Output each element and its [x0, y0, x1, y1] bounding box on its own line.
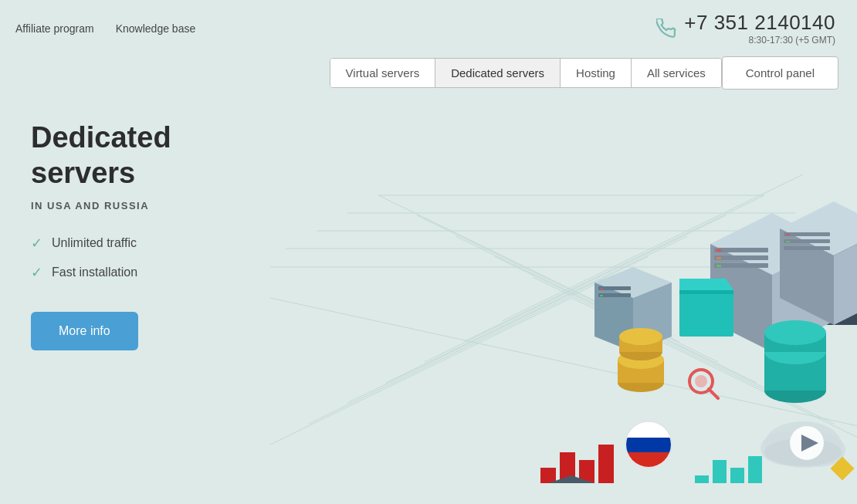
feature-fast-installation: ✓ Fast installation: [31, 264, 278, 281]
illustration-svg: ★★★★★ ★★★★ ★★★★★: [270, 97, 857, 483]
svg-rect-45: [786, 241, 790, 242]
phone-block: +7 351 2140140 8:30-17:30 (+5 GMT): [656, 11, 835, 46]
svg-rect-42: [784, 239, 830, 243]
feature-list: ✓ Unlimited traffic ✓ Fast installation: [31, 235, 278, 281]
svg-rect-44: [786, 234, 790, 235]
phone-number: +7 351 2140140: [684, 11, 835, 35]
magnifier-1: [689, 370, 718, 398]
bar-chart-teal: [695, 456, 762, 483]
hero-section: Dedicated servers IN USA AND RUSSIA ✓ Un…: [0, 97, 857, 483]
russia-flag-circle: [625, 421, 672, 468]
hero-subtitle: IN USA AND RUSSIA: [31, 200, 278, 211]
hero-title: Dedicated servers: [31, 120, 278, 191]
svg-rect-79: [695, 475, 709, 483]
svg-rect-37: [716, 265, 721, 267]
svg-rect-86: [626, 438, 671, 452]
svg-line-6: [270, 298, 571, 445]
tab-all-services[interactable]: All services: [632, 59, 721, 87]
svg-rect-33: [714, 255, 768, 260]
tab-virtual-servers[interactable]: Virtual servers: [330, 59, 436, 87]
svg-rect-34: [714, 263, 768, 268]
svg-rect-85: [626, 422, 671, 438]
svg-rect-50: [598, 293, 631, 297]
affiliate-program-link[interactable]: Affiliate program: [15, 22, 94, 35]
svg-rect-43: [784, 246, 830, 250]
svg-rect-52: [600, 295, 603, 296]
svg-rect-78: [598, 445, 614, 483]
svg-rect-54: [679, 290, 733, 337]
svg-point-61: [619, 328, 662, 345]
tab-dedicated-servers[interactable]: Dedicated servers: [435, 59, 561, 87]
svg-rect-87: [626, 452, 671, 468]
svg-point-66: [764, 320, 826, 345]
iso-illustration: ★★★★★ ★★★★ ★★★★★: [270, 97, 857, 483]
nav-tabs: Virtual servers Dedicated servers Hostin…: [330, 58, 722, 88]
feature-label-2: Fast installation: [52, 266, 137, 279]
check-icon-2: ✓: [31, 264, 42, 281]
feature-unlimited-traffic: ✓ Unlimited traffic: [31, 235, 278, 252]
nav-bar: Virtual servers Dedicated servers Hostin…: [0, 56, 857, 90]
phone-info: +7 351 2140140 8:30-17:30 (+5 GMT): [684, 11, 835, 46]
svg-rect-36: [716, 257, 721, 259]
svg-rect-32: [714, 248, 768, 252]
hero-text: Dedicated servers IN USA AND RUSSIA ✓ Un…: [31, 120, 278, 350]
check-icon-1: ✓: [31, 235, 42, 252]
knowledge-base-link[interactable]: Knowledge base: [116, 22, 196, 35]
svg-point-105: [695, 375, 707, 387]
svg-rect-35: [716, 249, 721, 252]
tab-hosting[interactable]: Hosting: [561, 59, 632, 87]
svg-rect-80: [713, 460, 727, 483]
svg-rect-75: [540, 468, 556, 483]
svg-rect-49: [598, 286, 631, 290]
svg-marker-53: [679, 279, 733, 290]
svg-rect-51: [600, 288, 603, 289]
teal-folder: [679, 279, 733, 337]
phone-hours: 8:30-17:30 (+5 GMT): [684, 35, 835, 46]
coins-stack: [618, 328, 664, 392]
top-nav: Affiliate program Knowledge base: [15, 22, 195, 35]
svg-line-7: [309, 277, 610, 424]
svg-rect-55: [679, 290, 733, 294]
svg-rect-82: [748, 456, 762, 483]
svg-rect-81: [730, 468, 744, 483]
phone-icon: [656, 19, 676, 39]
database-cylinders: [764, 320, 826, 403]
more-info-button[interactable]: More info: [31, 312, 138, 350]
svg-rect-41: [784, 232, 830, 236]
top-bar: Affiliate program Knowledge base +7 351 …: [0, 0, 857, 56]
feature-label-1: Unlimited traffic: [52, 236, 137, 250]
control-panel-button[interactable]: Control panel: [722, 56, 838, 90]
